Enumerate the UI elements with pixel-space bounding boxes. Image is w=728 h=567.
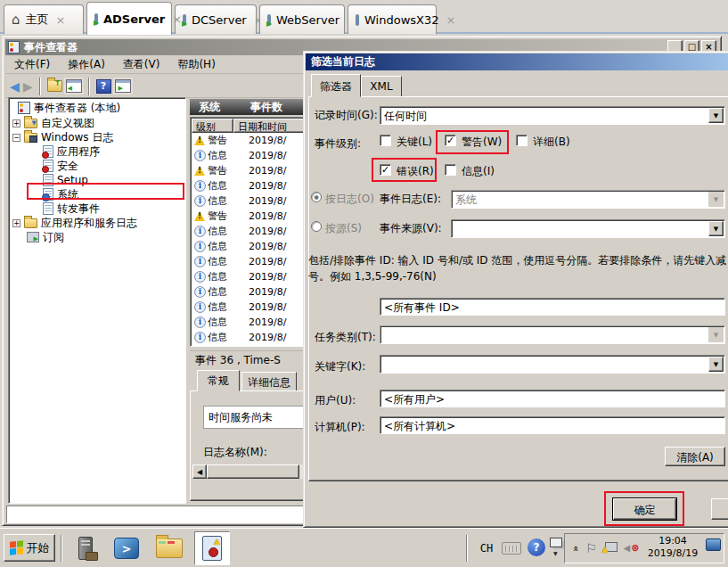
volume-muted-icon[interactable] [624, 542, 640, 555]
keyword-combobox[interactable] [380, 355, 725, 374]
server-manager-button[interactable] [70, 532, 102, 564]
warning-checkbox[interactable]: ✓ [445, 135, 456, 146]
action-pane-toggle-button[interactable] [115, 79, 131, 93]
dropdown-arrow-icon[interactable] [708, 221, 724, 236]
network-warning-icon[interactable] [603, 542, 618, 555]
powershell-button[interactable] [110, 532, 143, 564]
level-icon [193, 332, 206, 343]
log-icon [43, 145, 53, 158]
information-label[interactable]: 信息(I) [462, 164, 495, 179]
close-icon[interactable]: × [56, 13, 66, 27]
event-viewer-task-button[interactable] [194, 531, 230, 565]
logged-value: 任何时间 [384, 110, 427, 122]
event-source-combobox[interactable] [451, 219, 725, 238]
verbose-checkbox[interactable] [516, 135, 528, 146]
by-log-label[interactable]: 按日志(O) [325, 192, 374, 207]
date-text: 2019/8/ [249, 271, 286, 283]
folder-icon [24, 218, 37, 228]
tree-item-windows-logs[interactable]: − Windows 日志 [12, 130, 113, 144]
tab-webserver[interactable]: WebServer × [259, 4, 345, 34]
vm-running-icon [267, 14, 271, 26]
dialog-title-bar[interactable]: 筛选当前日志 [306, 53, 728, 70]
help-tray-icon[interactable] [528, 538, 545, 556]
collapse-icon[interactable]: − [12, 134, 20, 142]
tree-item-app-services-logs[interactable]: + 应用程序和服务日志 [12, 216, 137, 230]
tree-item-system[interactable]: 系统 [43, 187, 78, 201]
tree-item-security[interactable]: 安全 [43, 159, 78, 173]
tab-dcserver[interactable]: DCServer × [175, 4, 257, 34]
expand-icon[interactable]: + [12, 219, 20, 227]
menu-file[interactable]: 文件(F) [5, 55, 59, 74]
information-checkbox[interactable] [445, 164, 456, 176]
open-folder-button[interactable] [47, 80, 62, 92]
error-checkbox[interactable]: ✓ [380, 164, 391, 176]
event-viewer-icon [8, 41, 20, 53]
close-icon[interactable]: × [446, 13, 455, 27]
scrollbar-left-button[interactable] [192, 464, 207, 479]
console-tree-toggle-button[interactable] [66, 79, 82, 93]
explorer-button[interactable] [153, 532, 185, 564]
by-log-radio[interactable]: ● [311, 192, 322, 202]
level-text: 信息 [208, 270, 236, 284]
log-filtered-icon [43, 188, 53, 201]
dropdown-arrow-icon[interactable] [708, 108, 724, 123]
clear-button[interactable]: 清除(A) [665, 447, 725, 466]
menu-help[interactable]: 帮助(H) [168, 55, 224, 74]
verbose-label[interactable]: 详细(B) [533, 135, 570, 150]
error-label[interactable]: 错误(R) [397, 164, 434, 179]
window-switch-icon[interactable] [550, 538, 562, 547]
tree-item-subscriptions[interactable]: 订阅 [27, 230, 64, 244]
tree-item-custom-views[interactable]: + 自定义视图 [12, 116, 94, 130]
computer-input[interactable]: <所有计算机> [380, 416, 725, 434]
menu-action[interactable]: 操作(A) [59, 55, 114, 74]
computer-label: 计算机(P): [315, 420, 365, 435]
clock[interactable]: 19:04 2019/8/19 [645, 535, 700, 560]
event-log-combobox[interactable]: 系统 [451, 190, 725, 209]
column-header-level[interactable]: 级别 [192, 119, 233, 133]
expand-icon[interactable]: + [12, 119, 20, 127]
show-desktop-button[interactable] [706, 538, 721, 551]
menu-view[interactable]: 查看(V) [114, 55, 169, 74]
scrollbar-thumb[interactable] [207, 464, 299, 479]
event-viewer-icon [202, 536, 222, 561]
critical-label[interactable]: 关键(L) [397, 135, 432, 150]
tab-home[interactable]: 主页 × [4, 4, 84, 34]
help-button[interactable] [96, 79, 111, 94]
tree-item-setup[interactable]: Setup [43, 173, 88, 187]
dropdown-arrow-icon[interactable] [708, 357, 724, 372]
tab-adserver[interactable]: ADServer × [86, 2, 172, 35]
warning-label[interactable]: 警告(W) [462, 135, 502, 150]
by-source-label[interactable]: 按源(S) [325, 221, 362, 236]
tab-details[interactable]: 详细信息 [241, 372, 297, 391]
close-icon[interactable]: × [172, 12, 182, 26]
date-text: 2019/8/ [249, 332, 286, 343]
tab-general[interactable]: 常规 [197, 370, 240, 391]
by-source-radio[interactable] [311, 221, 322, 232]
forward-button[interactable] [23, 79, 33, 94]
window-title: 事件查看器 [24, 40, 78, 55]
action-center-flag-icon[interactable] [585, 541, 597, 555]
language-indicator[interactable]: CH [475, 538, 498, 558]
id-help-line1: 包括/排除事件 ID: 输入 ID 号和/或 ID 范围，使用逗号分隔。若要排除… [308, 253, 726, 268]
cancel-button[interactable]: 取消 [711, 498, 728, 520]
critical-checkbox[interactable] [380, 135, 391, 146]
tree-item-event-viewer-root[interactable]: 事件查看器 (本地) [18, 101, 120, 115]
level-icon [193, 150, 206, 161]
logged-combobox[interactable]: 任何时间 [380, 106, 725, 125]
event-id-input[interactable]: <所有事件 ID> [380, 298, 725, 316]
tree-item-application[interactable]: 应用程序 [43, 144, 100, 159]
level-text: 警告 [208, 164, 236, 177]
ok-button[interactable]: 确定 [613, 498, 676, 520]
tab-filter[interactable]: 筛选器 [311, 74, 361, 97]
task-category-combobox[interactable] [380, 325, 725, 344]
tray-expand-icon[interactable] [570, 543, 582, 554]
back-button[interactable] [10, 79, 20, 94]
user-input[interactable]: <所有用户> [380, 390, 725, 407]
log-icon [43, 202, 53, 215]
level-icon [193, 301, 206, 313]
keyboard-icon[interactable] [502, 542, 521, 555]
start-button[interactable]: 开始 [4, 534, 55, 562]
tree-item-forwarded-events[interactable]: 转发事件 [43, 201, 100, 216]
tab-windowsx32[interactable]: WindowsX32 × [348, 4, 437, 34]
tab-xml[interactable]: XML [361, 76, 402, 97]
